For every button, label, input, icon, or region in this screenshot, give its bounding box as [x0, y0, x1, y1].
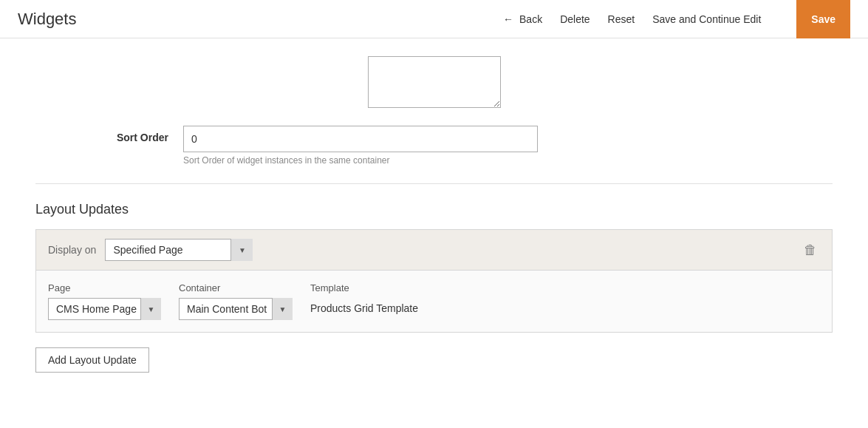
reset-button[interactable]: Reset [608, 13, 635, 25]
save-continue-button[interactable]: Save and Continue Edit [652, 13, 761, 25]
sort-order-input[interactable] [183, 126, 538, 152]
display-on-select-wrapper: All Pages Specified Page Category Page P… [105, 239, 253, 261]
display-on-select[interactable]: All Pages Specified Page Category Page P… [105, 239, 253, 261]
textarea-section [35, 56, 833, 108]
layout-fields: Page CMS Home Page Home Page Product Pag… [48, 282, 820, 320]
container-select-wrapper: Main Content Bot Main Content Top Sideba… [179, 298, 293, 320]
page-header: Widgets ← Back Delete Reset Save and Con… [0, 0, 868, 38]
template-value: Products Grid Template [310, 298, 418, 314]
description-textarea[interactable] [368, 56, 501, 108]
layout-updates-section: Layout Updates Display on All Pages Spec… [35, 202, 833, 373]
layout-update-header: Display on All Pages Specified Page Cate… [36, 230, 832, 271]
template-field-label: Template [310, 282, 418, 293]
container-field: Container Main Content Bot Main Content … [179, 282, 293, 320]
page-field-label: Page [48, 282, 161, 293]
layout-updates-title: Layout Updates [35, 202, 833, 217]
display-on-label: Display on [48, 244, 96, 256]
page-field: Page CMS Home Page Home Page Product Pag… [48, 282, 161, 320]
add-layout-update-button[interactable]: Add Layout Update [35, 347, 149, 373]
page-title: Widgets [18, 10, 503, 29]
page-select-wrapper: CMS Home Page Home Page Product Page ▼ [48, 298, 161, 320]
layout-update-box: Display on All Pages Specified Page Cate… [35, 229, 833, 333]
trash-icon: 🗑 [804, 242, 817, 257]
sort-order-field: Sort Order of widget instances in the sa… [183, 126, 553, 166]
container-field-label: Container [179, 282, 293, 293]
sort-order-label: Sort Order [35, 126, 183, 143]
main-content: Sort Order Sort Order of widget instance… [0, 38, 868, 428]
delete-layout-update-button[interactable]: 🗑 [801, 242, 820, 258]
back-button[interactable]: ← Back [503, 13, 542, 25]
page-select[interactable]: CMS Home Page Home Page Product Page [48, 298, 161, 320]
container-select[interactable]: Main Content Bot Main Content Top Sideba… [179, 298, 293, 320]
sort-order-hint: Sort Order of widget instances in the sa… [183, 155, 553, 166]
save-button[interactable]: Save [796, 0, 850, 38]
header-actions: ← Back Delete Reset Save and Continue Ed… [503, 0, 850, 38]
delete-button[interactable]: Delete [560, 13, 590, 25]
back-arrow-icon: ← [503, 13, 513, 25]
layout-update-body: Page CMS Home Page Home Page Product Pag… [36, 271, 832, 332]
template-field: Template Products Grid Template [310, 282, 418, 314]
sort-order-row: Sort Order Sort Order of widget instance… [35, 126, 833, 166]
section-divider [35, 183, 833, 184]
